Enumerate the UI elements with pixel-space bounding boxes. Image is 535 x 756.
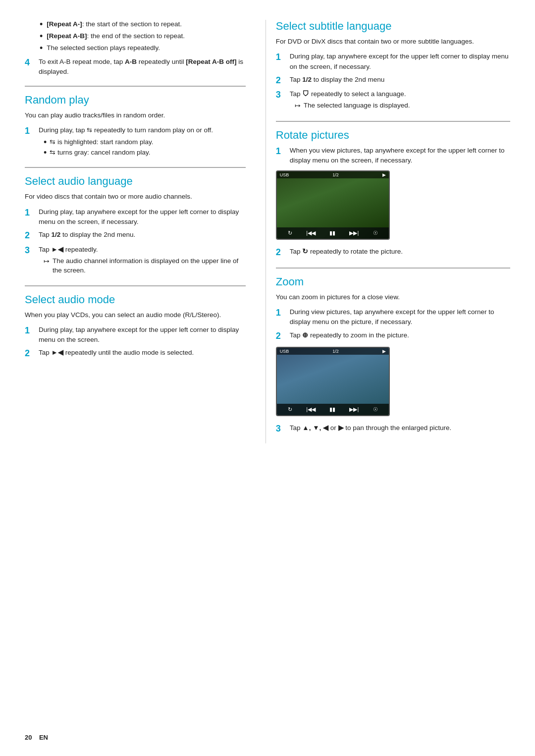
subtitle-step1: 1 During play, tap anywhere except for t… <box>276 52 510 72</box>
random-step1-text: During play, tap ⇆ repeatedly to turn ra… <box>39 125 246 158</box>
zoom-step2-num: 2 <box>276 330 287 342</box>
page-number: 20 <box>25 734 32 741</box>
zoom-step1-num: 1 <box>276 307 287 319</box>
audio-lang-step1-num: 1 <box>25 207 36 218</box>
ctrl-prev-1: |◀◀ <box>306 230 316 236</box>
random-step1: 1 During play, tap ⇆ repeatedly to turn … <box>25 125 246 158</box>
right-column: Select subtitle language For DVD or DivX… <box>266 20 510 443</box>
subtitle-language-title: Select subtitle language <box>276 20 510 33</box>
audio-language-title: Select audio language <box>25 175 246 188</box>
bullet-repeat-b-text: [Repeat A-B]: the end of the section to … <box>47 32 185 41</box>
subtitle-step3-num: 3 <box>276 89 287 101</box>
ctrl-menu-1: ☉ <box>373 230 378 236</box>
audio-language-intro: For video discs that contain two or more… <box>25 192 246 202</box>
rotate-step1-num: 1 <box>276 146 287 157</box>
status-mid-2: 1/2 <box>332 349 339 354</box>
device-controls-1: ↻ |◀◀ ▮▮ ▶▶| ☉ <box>277 227 389 239</box>
subtitle-sub3-text: The selected language is displayed. <box>304 101 410 110</box>
audio-lang-step3-num: 3 <box>25 245 36 256</box>
device-screenshot-1: USB 1/2 ▶ ↻ |◀◀ ▮▮ ▶▶| ☉ <box>276 170 390 240</box>
status-mid-1: 1/2 <box>332 172 339 177</box>
audio-mode-step2: 2 Tap ►◀ repeatedly until the audio mode… <box>25 348 246 359</box>
zoom-step3-text: Tap ▲, ▼, ◀ or ▶ to pan through the enla… <box>290 423 510 433</box>
zoom-intro: You can zoom in pictures for a close vie… <box>276 292 510 302</box>
audio-lang-step3-text: Tap ►◀ repeatedly. ↦ The audio channel i… <box>39 245 246 276</box>
rotate-step2: 2 Tap ↻ repeatedly to rotate the picture… <box>276 247 510 258</box>
repeat-bullets-list: • [Repeat A-]: the start of the section … <box>40 20 246 53</box>
subtitle-step2-num: 2 <box>276 75 287 86</box>
audio-mode-step1: 1 During play, tap anywhere except for t… <box>25 325 246 345</box>
bullet-repeat-plays-text: The selected section plays repeatedly. <box>47 44 160 53</box>
ctrl-prev-2: |◀◀ <box>306 406 316 413</box>
status-usb-1: USB <box>280 172 289 177</box>
random-play-title: Random play <box>25 94 246 107</box>
zoom-steps: 1 During view pictures, tap anywhere exc… <box>276 307 510 342</box>
zoom-step2-text: Tap ⊕ repeatedly to zoom in the picture. <box>290 330 510 340</box>
step4-exit-repeat: 4 To exit A-B repeat mode, tap A-B repea… <box>25 57 246 77</box>
audio-lang-sub3-text: The audio channel information is display… <box>53 257 246 275</box>
audio-mode-intro: When you play VCDs, you can select an au… <box>25 310 246 320</box>
random-sub1-text: ⇆ is highlighted: start random play. <box>50 138 153 147</box>
audio-mode-title: Select audio mode <box>25 293 246 306</box>
subtitle-step1-num: 1 <box>276 52 287 63</box>
ctrl-pause-2: ▮▮ <box>329 406 335 413</box>
sub-bullet-dot-1: • <box>44 138 47 147</box>
device-screen-inner-2: USB 1/2 ▶ ↻ |◀◀ ▮▮ ▶▶| ☉ <box>277 348 389 415</box>
device-controls-2: ↻ |◀◀ ▮▮ ▶▶| ☉ <box>277 404 389 415</box>
audio-lang-step1: 1 During play, tap anywhere except for t… <box>25 207 246 227</box>
random-sub2: • ⇆ turns gray: cancel random play. <box>44 148 246 158</box>
audio-mode-step2-num: 2 <box>25 348 36 359</box>
device-screenshot-2: USB 1/2 ▶ ↻ |◀◀ ▮▮ ▶▶| ☉ <box>276 347 390 416</box>
ctrl-menu-2: ☉ <box>373 406 378 413</box>
section-audio-language: Select audio language For video discs th… <box>25 175 246 276</box>
random-play-steps: 1 During play, tap ⇆ repeatedly to turn … <box>25 125 246 158</box>
subtitle-language-steps: 1 During play, tap anywhere except for t… <box>276 52 510 112</box>
sub-bullet-dot-2: • <box>44 148 47 157</box>
rotate-pictures-title: Rotate pictures <box>276 129 510 142</box>
section-repeat-bullets: • [Repeat A-]: the start of the section … <box>25 20 246 77</box>
divider-2 <box>25 167 246 168</box>
subtitle-step2-text: Tap 1/2 to display the 2nd menu <box>290 75 510 85</box>
zoom-step1-text: During view pictures, tap anywhere excep… <box>290 307 510 327</box>
page-content: • [Repeat A-]: the start of the section … <box>0 0 535 463</box>
zoom-step3: 3 Tap ▲, ▼, ◀ or ▶ to pan through the en… <box>276 423 510 434</box>
audio-lang-step2: 2 Tap 1/2 to display the 2nd menu. <box>25 230 246 241</box>
page-footer: 20 EN <box>25 734 48 741</box>
device-status-bar-1: USB 1/2 ▶ <box>277 171 389 178</box>
ctrl-rotate-1: ↻ <box>288 230 292 236</box>
zoom-step2: 2 Tap ⊕ repeatedly to zoom in the pictur… <box>276 330 510 342</box>
random-sub2-text: ⇆ turns gray: cancel random play. <box>50 148 150 158</box>
ctrl-next-2: ▶▶| <box>349 406 359 413</box>
device-status-bar-2: USB 1/2 ▶ <box>277 348 389 355</box>
bullet-repeat-a-minus-text: [Repeat A-]: the start of the section to… <box>47 20 182 29</box>
divider-4 <box>276 121 510 122</box>
divider-3 <box>25 285 246 286</box>
rotate-step1-text: When you view pictures, tap anywhere exc… <box>290 146 510 166</box>
subtitle-sub3: ↦ The selected language is displayed. <box>295 101 510 111</box>
zoom-title: Zoom <box>276 275 510 288</box>
bullet-dot-3: • <box>40 44 43 53</box>
audio-lang-step3: 3 Tap ►◀ repeatedly. ↦ The audio channel… <box>25 245 246 276</box>
device-screen-inner-1: USB 1/2 ▶ ↻ |◀◀ ▮▮ ▶▶| ☉ <box>277 171 389 239</box>
audio-lang-step2-num: 2 <box>25 230 36 241</box>
audio-mode-step1-text: During play, tap anywhere except for the… <box>39 325 246 345</box>
audio-lang-sub3: ↦ The audio channel information is displ… <box>44 257 246 275</box>
section-zoom: Zoom You can zoom in pictures for a clos… <box>276 275 510 435</box>
ctrl-rotate-2: ↻ <box>288 406 292 413</box>
section-audio-mode: Select audio mode When you play VCDs, yo… <box>25 293 246 360</box>
status-icon-2: ▶ <box>382 349 386 354</box>
audio-mode-step2-text: Tap ►◀ repeatedly until the audio mode i… <box>39 348 246 358</box>
subtitle-step2: 2 Tap 1/2 to display the 2nd menu <box>276 75 510 86</box>
divider-1 <box>25 86 246 87</box>
ctrl-pause-1: ▮▮ <box>329 230 335 236</box>
page-lang: EN <box>39 734 48 741</box>
left-column: • [Repeat A-]: the start of the section … <box>25 20 266 443</box>
audio-lang-step2-text: Tap 1/2 to display the 2nd menu. <box>39 230 246 240</box>
zoom-step3-num: 3 <box>276 423 287 434</box>
divider-5 <box>276 268 510 269</box>
rotate-step1: 1 When you view pictures, tap anywhere e… <box>276 146 510 166</box>
bullet-repeat-a-minus: • [Repeat A-]: the start of the section … <box>40 20 246 29</box>
rotate-steps: 1 When you view pictures, tap anywhere e… <box>276 146 510 166</box>
random-play-intro: You can play audio tracks/files in rando… <box>25 110 246 120</box>
section-random-play: Random play You can play audio tracks/fi… <box>25 94 246 158</box>
